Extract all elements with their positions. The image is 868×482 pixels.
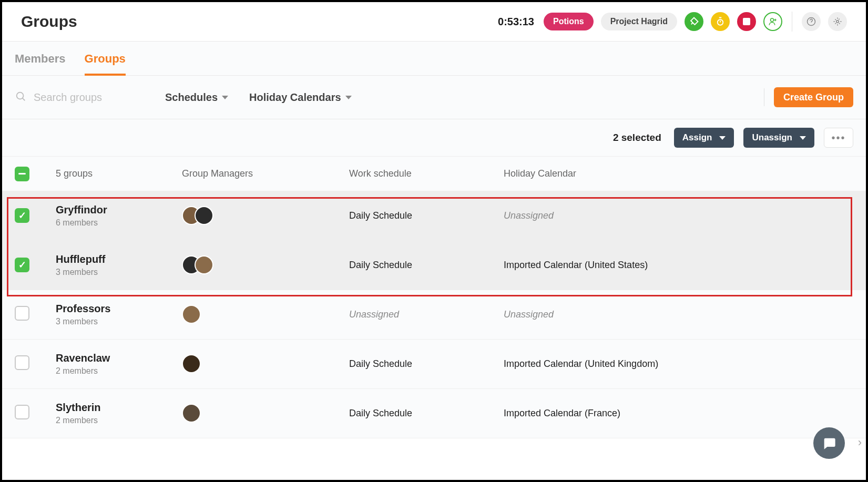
row-checkbox[interactable] <box>15 405 29 419</box>
selection-bar: 2 selected Assign Unassign ••• <box>2 119 866 157</box>
filter-calendars[interactable]: Holiday Calendars <box>249 91 352 104</box>
col-header-managers: Group Managers <box>182 168 349 179</box>
unassign-button[interactable]: Unassign <box>743 128 814 148</box>
more-button[interactable]: ••• <box>824 128 853 148</box>
table-row[interactable]: Slytherin2 membersDaily ScheduleImported… <box>2 389 866 438</box>
row-checkbox[interactable] <box>15 355 29 370</box>
row-checkbox[interactable] <box>15 306 29 321</box>
rocket-icon[interactable] <box>685 12 703 31</box>
project-pill-secondary[interactable]: Project Hagrid <box>601 13 677 30</box>
assign-button[interactable]: Assign <box>674 128 734 148</box>
holiday-calendar: Unassigned <box>504 210 554 221</box>
avatar <box>195 255 213 274</box>
table-row[interactable]: Ravenclaw2 membersDaily ScheduleImported… <box>2 340 866 389</box>
topbar-right: 0:53:13 Potions Project Hagrid <box>498 12 847 32</box>
manager-avatars <box>182 206 349 225</box>
holiday-calendar: Unassigned <box>504 309 554 320</box>
chevron-down-icon <box>222 96 228 99</box>
table-row[interactable]: Professors3 membersUnassignedUnassigned <box>2 290 866 340</box>
manager-avatars <box>182 404 349 423</box>
search-icon <box>15 90 26 104</box>
chat-bubble[interactable] <box>813 427 845 459</box>
work-schedule: Daily Schedule <box>349 358 412 369</box>
svg-point-2 <box>771 18 774 22</box>
chevron-down-icon <box>719 136 726 140</box>
divider <box>764 88 764 106</box>
holiday-calendar: Imported Calendar (France) <box>504 408 620 418</box>
select-all-checkbox[interactable] <box>15 167 29 181</box>
holiday-calendar: Imported Calendar (United Kingdom) <box>504 358 658 369</box>
table-header: 5 groups Group Managers Work schedule Ho… <box>2 157 866 191</box>
manager-avatars <box>182 354 349 373</box>
avatar <box>182 404 201 423</box>
page-title: Groups <box>21 13 77 30</box>
toolbar: Schedules Holiday Calendars Create Group <box>2 76 866 119</box>
avatar <box>182 305 201 324</box>
svg-rect-1 <box>743 18 750 25</box>
col-check <box>15 166 56 181</box>
chevron-down-icon <box>345 96 352 99</box>
work-schedule: Unassigned <box>349 309 399 320</box>
filter-schedules-label: Schedules <box>165 91 218 104</box>
search-wrap <box>15 90 144 104</box>
row-checkbox[interactable]: ✓ <box>15 258 29 272</box>
manager-avatars <box>182 305 349 324</box>
avatar <box>195 206 213 225</box>
selection-count: 2 selected <box>613 132 661 143</box>
group-name: Gryffindor <box>56 204 182 216</box>
filter-calendars-label: Holiday Calendars <box>249 91 341 104</box>
col-header-groups: 5 groups <box>56 168 182 179</box>
table-row[interactable]: ✓Hufflepuff3 membersDaily ScheduleImport… <box>2 241 866 290</box>
group-name: Slytherin <box>56 402 182 414</box>
member-count: 3 members <box>56 268 182 277</box>
manager-avatars <box>182 255 349 274</box>
member-count: 3 members <box>56 317 182 326</box>
member-count: 2 members <box>56 416 182 425</box>
member-count: 6 members <box>56 218 182 228</box>
settings-icon[interactable] <box>828 12 847 31</box>
tab-groups[interactable]: Groups <box>85 52 126 75</box>
member-count: 2 members <box>56 366 182 376</box>
avatar <box>182 354 201 373</box>
work-schedule: Daily Schedule <box>349 408 412 418</box>
group-name: Hufflepuff <box>56 253 182 265</box>
next-arrow-icon[interactable]: › <box>858 436 862 449</box>
tab-members[interactable]: Members <box>15 52 66 75</box>
divider <box>792 12 792 32</box>
group-name: Ravenclaw <box>56 352 182 364</box>
create-group-button[interactable]: Create Group <box>774 87 853 107</box>
work-schedule: Daily Schedule <box>349 260 412 270</box>
project-pill-primary[interactable]: Potions <box>544 13 594 30</box>
svg-point-4 <box>836 20 839 23</box>
help-icon[interactable] <box>802 12 821 31</box>
tabs: Members Groups <box>2 42 866 76</box>
table-row[interactable]: ✓Gryffindor6 membersDaily ScheduleUnassi… <box>2 191 866 241</box>
timer-display: 0:53:13 <box>498 16 534 28</box>
group-name: Professors <box>56 303 182 315</box>
filter-schedules[interactable]: Schedules <box>165 91 228 104</box>
work-schedule: Daily Schedule <box>349 210 412 221</box>
holiday-calendar: Imported Calendar (United States) <box>504 260 648 270</box>
timer-icon[interactable] <box>711 12 730 31</box>
svg-point-5 <box>17 93 24 99</box>
add-person-icon[interactable] <box>763 12 782 31</box>
assign-label: Assign <box>682 132 712 143</box>
unassign-label: Unassign <box>752 132 792 143</box>
topbar: Groups 0:53:13 Potions Project Hagrid <box>2 2 866 42</box>
col-header-schedule: Work schedule <box>349 168 504 179</box>
col-header-calendar: Holiday Calendar <box>504 168 853 179</box>
search-input[interactable] <box>34 91 144 104</box>
table-body: ✓Gryffindor6 membersDaily ScheduleUnassi… <box>2 191 866 438</box>
chevron-down-icon <box>800 136 806 140</box>
row-checkbox[interactable]: ✓ <box>15 208 29 223</box>
stop-icon[interactable] <box>737 12 756 31</box>
